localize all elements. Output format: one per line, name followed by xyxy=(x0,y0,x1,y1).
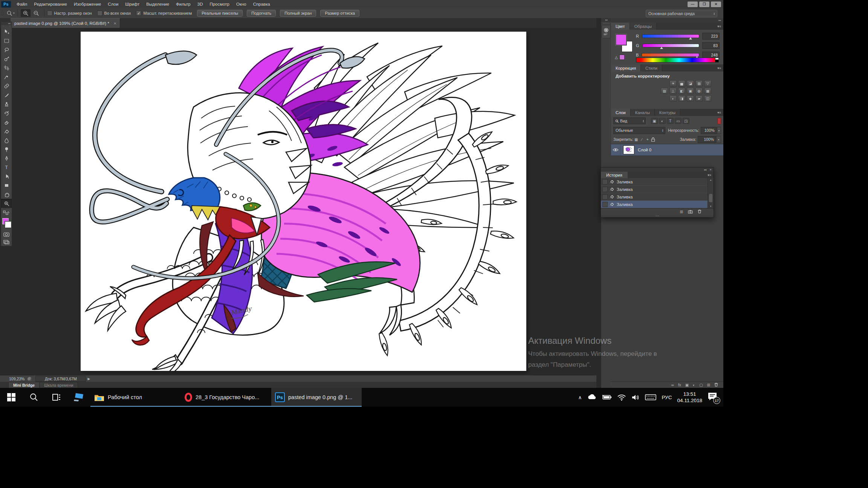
zoom-level-field[interactable]: 109,23% xyxy=(9,377,24,381)
taskbar-photoshop-button[interactable]: Ps pasted image 0.png @ 1... xyxy=(271,388,362,407)
quick-mask-button[interactable] xyxy=(1,231,12,238)
scrollbar-thumb[interactable] xyxy=(709,194,712,202)
action-center-icon[interactable]: 17 xyxy=(708,392,719,403)
start-button[interactable] xyxy=(0,388,23,407)
history-step-1[interactable]: Заливка xyxy=(601,178,714,186)
checkbox-box[interactable] xyxy=(47,11,52,16)
filter-shape-layers-icon[interactable]: ▭ xyxy=(675,118,682,124)
opacity-dropdown-icon[interactable]: ▾ xyxy=(717,127,721,134)
marquee-tool[interactable] xyxy=(1,36,12,45)
shape-tool[interactable] xyxy=(1,181,12,190)
tab-styles[interactable]: Стили xyxy=(641,64,662,72)
zoom-tool[interactable] xyxy=(1,199,12,208)
gamut-warning[interactable]: △ xyxy=(615,55,625,60)
lock-all-icon[interactable] xyxy=(650,137,656,142)
task-view-button[interactable] xyxy=(45,388,68,407)
taskbar-explorer-button[interactable]: Рабочий стол xyxy=(90,388,181,407)
filter-pixel-layers-icon[interactable]: ▣ xyxy=(651,118,658,124)
tab-color[interactable]: Цвет xyxy=(611,23,630,30)
lock-transparency-icon[interactable]: ▦ xyxy=(633,137,639,142)
type-tool[interactable]: T xyxy=(1,163,12,172)
close-button[interactable]: ✕ xyxy=(711,2,721,7)
red-slider-thumb[interactable] xyxy=(689,37,692,40)
layer-mask-icon[interactable]: ▣ xyxy=(685,383,689,387)
restore-button[interactable]: ❐ xyxy=(699,2,709,7)
status-options-arrow-icon[interactable]: ▶ xyxy=(87,377,90,381)
history-step-4-selected[interactable]: Заливка xyxy=(601,201,714,208)
layer-style-icon[interactable]: fx xyxy=(678,383,681,387)
lock-paint-icon[interactable]: ∕ xyxy=(639,137,645,142)
taskbar-opera-button[interactable]: 28_3 Государство Чаро... xyxy=(181,388,271,407)
tray-expand-chevron-icon[interactable]: ∧ xyxy=(578,395,582,400)
paint-bucket-tool[interactable] xyxy=(1,127,12,136)
history-brush-source-checkbox[interactable] xyxy=(602,187,608,192)
panel-menu-icon[interactable]: ▾≡ xyxy=(717,24,723,28)
swap-colors-icon[interactable] xyxy=(1,209,12,217)
history-collapse-icon[interactable]: ◂◂ xyxy=(704,168,706,171)
green-slider-thumb[interactable] xyxy=(660,47,663,49)
tab-timeline[interactable]: Шкала времени xyxy=(40,382,78,388)
blur-tool[interactable] xyxy=(1,136,12,145)
menu-edit[interactable]: Редактирование xyxy=(31,0,70,8)
history-resize-grip[interactable]: •••••• xyxy=(601,215,714,217)
taskbar-clock[interactable]: 13:51 04.11.2018 xyxy=(677,391,702,404)
new-document-from-state-icon[interactable]: ⊞ xyxy=(680,210,683,214)
layer-visibility-toggle[interactable] xyxy=(611,144,620,156)
blend-mode-select[interactable]: Обычные ▴▾ xyxy=(613,127,665,134)
zoom-in-button[interactable] xyxy=(21,9,31,17)
history-brush-source-checkbox[interactable] xyxy=(602,202,608,207)
fill-dropdown-icon[interactable]: ▾ xyxy=(716,136,721,143)
zoom-out-button[interactable] xyxy=(31,9,41,17)
scroll-down-icon[interactable]: ▼ xyxy=(710,205,712,207)
layer-thumbnail[interactable] xyxy=(623,146,634,154)
checkbox-box[interactable] xyxy=(97,11,102,16)
selective-color-icon[interactable]: ▰ xyxy=(695,95,703,102)
red-value-field[interactable]: 223 xyxy=(702,33,720,40)
layer-filter-select[interactable]: Вид ▴▾ xyxy=(613,117,646,124)
menu-3d[interactable]: 3D xyxy=(194,0,206,8)
move-tool[interactable] xyxy=(1,27,12,36)
threshold-icon[interactable]: ◆ xyxy=(687,95,694,102)
menu-image[interactable]: Изображение xyxy=(70,0,104,8)
menu-view[interactable]: Просмотр xyxy=(206,0,233,8)
panel-menu-icon[interactable]: ▾≡ xyxy=(717,66,723,70)
document-size-field[interactable]: Док: 3,67M/3,67M xyxy=(35,376,86,382)
filter-adjustment-layers-icon[interactable]: ◐ xyxy=(659,118,666,124)
battery-icon[interactable] xyxy=(602,395,612,400)
curves-icon[interactable]: ◪ xyxy=(687,80,694,87)
opacity-field[interactable]: 100% xyxy=(701,127,717,134)
checkbox-box[interactable]: ✓ xyxy=(136,11,141,16)
document-canvas[interactable]: Mandy xyxy=(81,32,526,371)
tools-collapse-icon[interactable]: ▸▸ xyxy=(1,22,12,25)
history-close-icon[interactable]: ✕ xyxy=(709,168,712,171)
gamut-color-swatch[interactable] xyxy=(619,55,625,60)
menu-filter[interactable]: Фильтр xyxy=(173,0,194,8)
photo-filter-icon[interactable]: ▣ xyxy=(687,88,694,94)
foreground-color-swatch-large[interactable] xyxy=(616,34,627,45)
healing-brush-tool[interactable] xyxy=(1,81,12,90)
dock-expand-icon[interactable]: ▸▸ xyxy=(611,18,723,23)
minimize-button[interactable]: — xyxy=(688,2,698,7)
language-indicator[interactable]: РУС xyxy=(662,395,672,400)
lasso-tool[interactable] xyxy=(1,45,12,54)
color-balance-icon[interactable]: △ xyxy=(669,88,677,94)
history-step-2[interactable]: Заливка xyxy=(601,186,714,193)
hand-tool[interactable] xyxy=(1,190,12,199)
lock-position-icon[interactable]: + xyxy=(645,137,650,142)
tool-preset-caret-icon[interactable]: ▾ xyxy=(13,12,15,15)
green-slider[interactable] xyxy=(642,44,699,47)
history-scrollbar[interactable]: ▲ ▼ xyxy=(708,178,714,208)
menu-file[interactable]: Файл xyxy=(13,0,31,8)
pinned-this-pc-icon[interactable] xyxy=(68,388,90,407)
fill-screen-button[interactable]: Полный экран xyxy=(280,10,316,17)
vibrance-icon[interactable]: ▽ xyxy=(704,80,711,87)
background-color-swatch[interactable] xyxy=(5,221,11,228)
fit-screen-button[interactable]: Подогнать xyxy=(247,10,276,17)
tab-channels[interactable]: Каналы xyxy=(631,109,655,116)
eraser-tool[interactable] xyxy=(1,117,12,127)
green-value-field[interactable]: 83 xyxy=(702,42,720,49)
menu-layers[interactable]: Слои xyxy=(104,0,122,8)
delete-state-icon[interactable] xyxy=(698,209,701,214)
tab-mini-bridge[interactable]: Mini Bridge xyxy=(8,382,40,388)
history-step-3[interactable]: Заливка xyxy=(601,193,714,201)
